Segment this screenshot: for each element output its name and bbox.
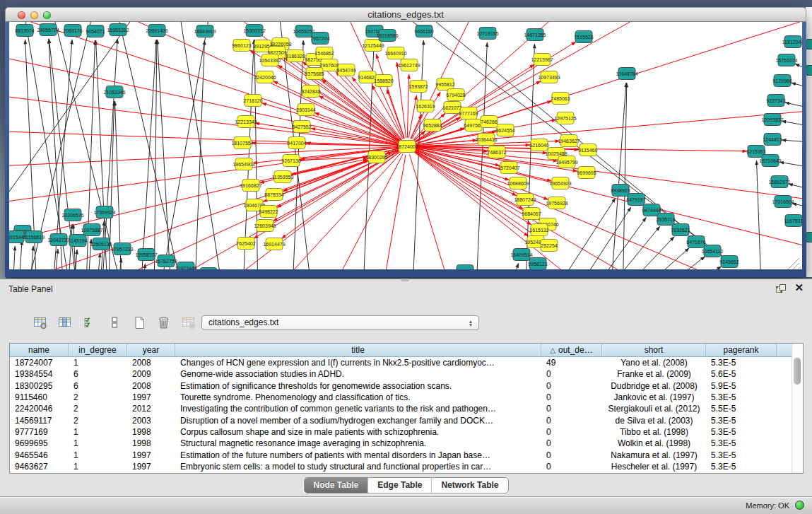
close-window-button[interactable] [18,11,25,19]
panel-splitter-handle[interactable] [401,279,409,281]
graph-node[interactable]: 8454749 [336,64,355,76]
table-row[interactable]: 2242004622012Investigating the contribut… [10,403,803,414]
graph-node[interactable]: 10654112 [702,245,724,257]
graph-node[interactable]: 11812044 [782,36,802,48]
graph-node[interactable]: 7486372 [487,146,506,158]
graph-node[interactable]: 9777169 [459,107,478,119]
graph-edge[interactable] [18,240,22,269]
graph-node[interactable]: 9466160 [414,25,433,37]
graph-node[interactable]: 14671355 [524,29,546,41]
new-table-button[interactable] [130,314,148,332]
graph-node[interactable]: 17359924 [93,206,115,218]
graph-node[interactable]: 19654903 [233,158,254,170]
graph-node[interactable]: 16955362 [107,24,129,36]
graph-node[interactable]: 18107554 [231,137,253,149]
graph-edge[interactable] [416,148,802,255]
column-header-out_degree[interactable]: △out_de… [541,344,602,356]
graph-edge[interactable] [504,263,519,269]
graph-node[interactable]: 1593872 [408,81,428,93]
graph-node[interactable]: 9955812 [435,78,454,90]
row-selection-button[interactable] [81,314,98,332]
delete-table-button[interactable] [155,314,172,332]
scrollbar-thumb[interactable] [794,358,801,385]
graph-node[interactable]: 19218586 [376,30,398,42]
graph-node[interactable]: 2063176 [63,25,82,37]
graph-node[interactable]: 8878334 [264,189,283,201]
close-panel-icon[interactable]: ✕ [794,281,804,294]
table-row[interactable]: 1830029562008Estimation of significance … [10,380,803,392]
graph-node[interactable]: 12505135 [90,238,112,250]
graph-edge[interactable] [408,95,416,138]
tab-edge-table[interactable]: Edge Table [368,478,432,493]
graph-node[interactable]: 10719155 [476,28,498,40]
table-row[interactable]: 911546021997Tourette syndrome. Phenomeno… [10,392,803,403]
network-canvas[interactable]: 1872400798601238912954182260589827509818… [9,22,802,269]
graph-node[interactable]: 9375685 [305,68,324,80]
table-row[interactable]: 1456911722003Disruption of a novel membe… [10,414,803,426]
float-panel-icon[interactable] [775,284,787,293]
graph-node[interactable]: 19756928 [546,197,567,209]
column-header-in_degree[interactable]: in_degree [69,344,127,356]
graph-node[interactable]: 7485063 [551,93,570,105]
graph-node[interactable]: 8498222 [259,206,278,218]
graph-node[interactable]: 20364436 [475,134,497,146]
tab-node-table[interactable]: Node Table [304,478,368,493]
table-row[interactable]: 946554611997Estimation of the future num… [10,449,803,460]
graph-node[interactable]: 6794028 [446,89,465,101]
graph-node[interactable]: 12042737 [47,234,69,246]
graph-node[interactable]: 3624554 [495,124,514,136]
graph-node[interactable]: 16640910 [384,47,406,59]
graph-node[interactable]: 17016504 [772,196,794,208]
graph-edge[interactable] [642,257,705,269]
graph-node[interactable]: 8938923 [611,185,630,197]
graph-node[interactable]: 10543392 [259,54,281,66]
graph-node[interactable]: 15892971 [768,176,790,188]
graph-node[interactable]: 391544 [9,231,24,243]
graph-node[interactable]: 9958123 [528,258,547,270]
select-column-button[interactable] [56,314,73,332]
graph-edge[interactable] [567,207,631,269]
graph-node[interactable]: 16914479 [263,238,285,250]
graph-edge[interactable] [792,83,802,93]
graph-node[interactable]: 16782759 [155,255,177,267]
resize-grip-icon[interactable] [788,258,801,269]
graph-edge[interactable] [115,22,186,269]
graph-node[interactable]: 17957233 [111,243,133,255]
graph-node[interactable]: 1546862 [314,47,334,59]
graph-node[interactable]: 20161652 [454,265,476,270]
graph-node[interactable]: 9684067 [522,208,541,220]
graph-node[interactable]: 2718120 [243,95,262,107]
graph-node[interactable]: 10975887 [81,224,102,236]
graph-edge[interactable] [623,83,627,269]
graph-edge[interactable] [9,22,140,192]
graph-node[interactable]: 12975125 [554,112,576,124]
graph-node[interactable]: 11156819 [23,231,45,243]
graph-edge[interactable] [67,224,72,269]
graph-node[interactable]: 22420046 [254,71,276,83]
column-header-short[interactable]: short [602,344,706,356]
graph-edge[interactable] [9,128,399,146]
table-row[interactable]: 977716911998Corpus callosum shape and si… [10,426,803,438]
graph-node[interactable]: 1145194 [69,235,88,247]
graph-node[interactable]: 24055724 [37,24,59,36]
graph-node[interactable]: 9129966 [772,75,792,87]
graph-node[interactable]: 2935114 [657,214,676,226]
zoom-window-button[interactable] [43,11,51,19]
graph-node[interactable]: 6216040 [529,139,548,151]
graph-node[interactable]: 8813074 [15,25,34,37]
graph-node[interactable]: 9227343 [766,95,785,107]
network-window-titlebar[interactable]: citations_edges.txt [5,7,806,22]
graph-node[interactable]: 1588520 [374,75,393,87]
graph-node[interactable]: 8427552 [292,121,311,133]
graph-edge[interactable] [158,22,211,269]
column-header-title[interactable]: title [175,344,541,356]
graph-node[interactable]: 1244413 [763,134,782,146]
graph-edge[interactable] [795,64,802,78]
graph-node[interactable]: 10648784 [616,68,637,80]
table-row[interactable]: 969969511998Structural magnetic resonanc… [10,438,803,449]
graph-node[interactable]: 9652884 [423,119,442,132]
graph-node[interactable]: 9699695 [577,167,596,179]
graph-edge[interactable] [313,154,403,269]
graph-node[interactable]: 18300295 [365,151,387,163]
graph-node[interactable]: 746266 [481,116,498,128]
